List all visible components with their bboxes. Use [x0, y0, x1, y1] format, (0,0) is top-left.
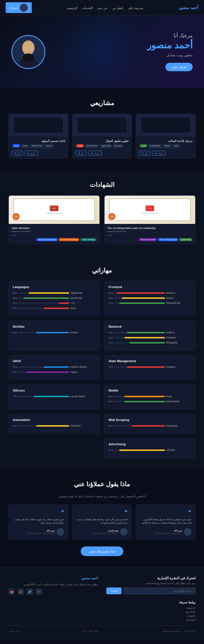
hero-greeting: مرحبًا، أنا	[54, 33, 193, 39]
skill-label-2-0: Node.js	[166, 331, 191, 334]
svg-point-1	[23, 42, 33, 53]
cert-card-2: AAA Certificate of Achievement ★ Sales M…	[8, 195, 100, 244]
project-actions-1: عرض هنا كود هنا	[12, 151, 65, 155]
skill-card-10: AdvertisingAd Tech90%	[104, 438, 196, 458]
skill-pct-2-0: 75%	[109, 331, 113, 334]
skill-label-10-0: Ad Tech	[166, 449, 191, 451]
social-linkedin-icon[interactable]: 💼	[18, 589, 24, 595]
skill-bar-0-1	[122, 297, 165, 299]
newsletter-submit-button[interactable]: اشترك	[106, 587, 122, 594]
navbar: أحمد منصور الرئيسية الخدمات عن نحن اتصل …	[0, 0, 204, 16]
skill-card-title-6: Mobile	[109, 389, 191, 392]
nav-home[interactable]: الرئيسية	[67, 6, 77, 10]
footer-link-projects[interactable]: المشاريع	[8, 610, 196, 613]
svg-point-3	[23, 53, 34, 62]
testimonial-card-3: ❝ جون مطور استثنائي. إنه يفهم متطلبات ال…	[8, 505, 68, 540]
certificates-title: الشهادات	[8, 181, 196, 189]
tag-react: React	[21, 144, 29, 148]
subscribe-button[interactable]: اشترك	[6, 2, 32, 13]
nav-services[interactable]: الخدمات	[82, 6, 93, 10]
skill-card-title-2: Backend	[109, 325, 191, 328]
skill-bar-2-0	[127, 332, 165, 333]
newsletter-input[interactable]	[123, 587, 196, 594]
view-projects-button[interactable]: ابدأ مشروعك معي	[81, 546, 124, 556]
project-badge-2: جديد	[76, 144, 84, 147]
social-count: 10+ متابعون	[8, 630, 20, 632]
cert-body-1: The 13 Indisputable Laws of Leadership e…	[105, 224, 195, 244]
footer-newsletter: اشترك في النشرة الإخبارية ابق على اطلاع …	[106, 576, 196, 595]
project-code-btn-3[interactable]: كود هنا	[139, 151, 150, 155]
project-actions-2: عرض هنا كود هنا	[75, 151, 129, 155]
skill-pct-2-2: 70%	[109, 342, 113, 344]
cert-tag-growth: Personal Growth	[139, 238, 157, 241]
skill-card-title-7: UI/Icons	[13, 389, 95, 392]
projects-section: مشاريعي ترحيل قاعدة البيانات AWS Python …	[0, 88, 204, 170]
tag-reactnative: React Native	[85, 144, 99, 148]
hero-text: مرحبًا، أنا أحمد منصور مطور ويب شامل تعر…	[54, 33, 193, 71]
project-code-btn-2[interactable]: كود هنا	[75, 151, 87, 155]
skill-pct-1-3: 50%	[13, 307, 17, 310]
skill-pct-8-0: 65%	[109, 425, 113, 427]
cert-thumbnail-1: AAA Certificate of Achievement	[109, 198, 191, 221]
cert-tag-leadership: Leadership	[179, 238, 192, 241]
skill-bar-5-1	[26, 371, 69, 373]
skill-label-3-0: Docker	[70, 331, 95, 334]
skill-bar-2-2	[129, 342, 165, 343]
footer-quick-links-section: روابط سريعة الرئيسية المشاريع الشهادات ا…	[8, 600, 196, 621]
social-email-icon[interactable]: ✉	[36, 589, 42, 595]
certificates-grid: AAA Certificate of Achievement ★ The 13 …	[8, 195, 196, 244]
social-github-icon[interactable]: 🐙	[8, 589, 15, 595]
project-image-1	[9, 114, 68, 137]
nav-links: الرئيسية الخدمات عن نحن اتصل بي مدرسة عل…	[67, 5, 143, 10]
skill-item-1-1: JavaScript90%	[13, 297, 95, 299]
testimonial-name-2: مقدم العمل	[92, 530, 119, 532]
skill-card-7: UI/IconsLucide-React70%	[8, 384, 100, 409]
project-view-btn-2[interactable]: عرض هنا	[88, 151, 102, 155]
cert-image-2: AAA Certificate of Achievement ★	[9, 196, 99, 224]
testimonial-card-2: ❝ العمل مع جون كان تجربة رائعة لقد فاق ت…	[72, 505, 132, 540]
cert-tag-customer: Customer Relations	[59, 238, 79, 241]
skill-card-title-9: Automation	[13, 418, 95, 422]
skill-pct-4-0: 75%	[109, 366, 113, 368]
social-link-icon[interactable]: 🔗	[27, 589, 33, 595]
skill-card-4: State ManagementZustand75%	[104, 355, 196, 380]
skill-bar-5-0	[44, 366, 69, 368]
testimonial-name-3: سيرة الله	[27, 530, 55, 532]
nav-about[interactable]: عن نحن	[97, 6, 107, 10]
project-view-btn-1[interactable]: عرض هنا	[25, 151, 38, 155]
cert-source-1: eMastery Academy	[107, 230, 192, 233]
footer-link-contact[interactable]: التواصل	[8, 618, 196, 621]
skill-item-5-0: Framer Motion50%	[13, 366, 95, 368]
skill-label-7-0: Lucide-React	[70, 395, 95, 398]
skill-label-0-2: TailwindCSS	[166, 302, 191, 304]
footer-link-certs[interactable]: الشهادات	[8, 614, 196, 617]
testimonials-subtitle: أنا فخور بالحصول على ردود فعل من مختلف ا…	[8, 495, 196, 498]
testimonial-role-1: مدير التسويق / شيكم أحمد ظافر	[155, 532, 182, 534]
skill-pct-0-0: 95%	[109, 292, 113, 294]
project-badge-3: قديم	[140, 144, 147, 147]
skill-bar-1-2	[59, 302, 69, 304]
skill-label-9-0: Selenium	[70, 424, 95, 427]
project-image-3	[136, 114, 195, 137]
skill-label-1-1: JavaScript	[70, 297, 95, 299]
footer-link-home[interactable]: الرئيسية	[8, 606, 196, 609]
testimonials-grid: ❝ جون صور استشاري لقد قام بتحويل موقعنا …	[8, 505, 196, 540]
skill-item-0-1: Next.js85%	[109, 297, 191, 299]
hero-avatar	[11, 35, 45, 69]
skill-label-1-3: Java	[70, 307, 95, 310]
project-view-btn-3[interactable]: عرض هنا	[152, 151, 165, 155]
hero-cta-button[interactable]: تعرف علي	[165, 63, 193, 71]
nav-academy[interactable]: مدرسة على	[128, 6, 143, 10]
testimonial-author-3: سيرة الله المدير التنفيذي / شيكم أحمد ظا…	[13, 528, 64, 535]
project-tags-2: Firebase TypeScript React Native جديد	[75, 144, 129, 148]
project-code-btn-1[interactable]: كود هنا	[12, 151, 23, 155]
testimonial-avatar-2	[120, 528, 128, 535]
nav-contact[interactable]: اتصل بي	[112, 6, 123, 10]
brand-logo[interactable]: أحمد منصور	[178, 5, 198, 10]
cert-card-1: AAA Certificate of Achievement ★ The 13 …	[104, 195, 196, 244]
hero-title: مطور ويب شامل	[54, 53, 193, 57]
skill-item-1-0: TypeScript80%	[13, 291, 95, 294]
skill-label-1-2: C++	[70, 302, 95, 304]
user-avatar	[20, 4, 28, 12]
skill-item-8-0: Puppeteer65%	[109, 424, 191, 427]
